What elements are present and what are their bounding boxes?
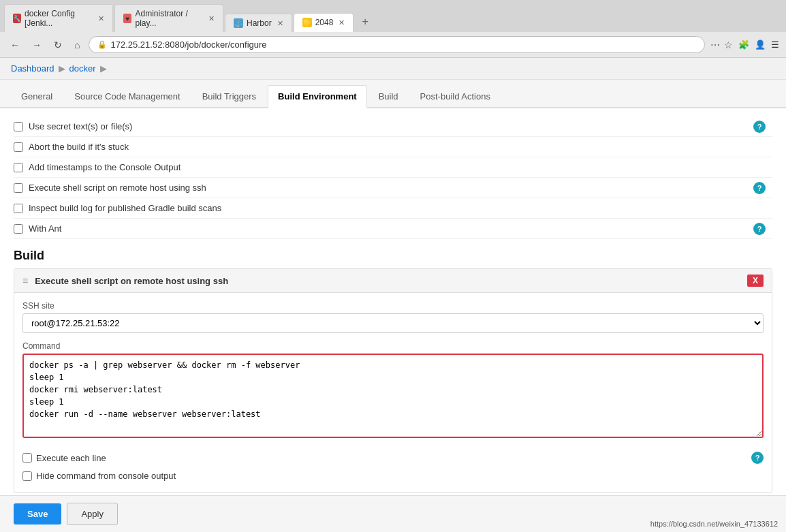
build-env-section: Use secret text(s) or file(s) ? Abort th… [0,108,786,532]
refresh-button[interactable]: ↻ [50,38,65,52]
url-text: 172.25.21.52:8080/job/docker/configure [110,40,696,50]
checkbox-hide-command-row: Hide command from console output [22,467,764,484]
checkbox-row-gradle: Inspect build log for published Gradle b… [14,198,772,219]
tab-build-environment[interactable]: Build Environment [268,85,367,108]
tab-2048[interactable]: 🟡 2048 ✕ [294,13,354,32]
tab-close-harbor[interactable]: ✕ [277,19,283,28]
breadcrumb: Dashboard ▶ docker ▶ [0,58,786,80]
extensions-icon[interactable]: 🧩 [738,40,749,50]
checkbox-secret[interactable] [14,122,23,131]
checkbox-ssh-label[interactable]: Execute shell script on remote host usin… [29,183,206,193]
tab-label-harbor: Harbor [247,18,272,28]
checkbox-timestamps-label[interactable]: Add timestamps to the Console Output [29,162,180,172]
tab-play[interactable]: ♥ Administrator / play... ✕ [114,4,223,32]
save-button[interactable]: Save [14,503,61,525]
browser-menu-buttons: ⋯ ☆ [710,40,733,50]
browser-chrome: 🔧 docker Config [Jenki... ✕ ♥ Administra… [0,0,786,58]
bottom-bar: Save Apply https://blog.csdn.net/weixin_… [0,495,786,532]
breadcrumb-dashboard[interactable]: Dashboard [11,63,54,74]
tab-favicon-2048: 🟡 [302,18,312,27]
checkbox-ssh[interactable] [14,183,23,193]
ssh-site-field: SSH site root@172.25.21.53:22 [22,301,764,333]
help-icon-ant[interactable]: ? [753,223,766,235]
build-section-title: Build [14,239,772,268]
tab-favicon-jenkins: 🔧 [13,14,21,23]
build-card-title-text: Execute shell script on remote host usin… [35,276,228,286]
tab-jenkins[interactable]: 🔧 docker Config [Jenki... ✕ [4,4,113,32]
checkbox-row-timestamps: Add timestamps to the Console Output [14,157,772,178]
command-textarea[interactable]: docker ps -a | grep webserver && docker … [22,354,764,438]
more-options-icon[interactable]: ⋯ [710,40,720,50]
checkbox-hide-command-label[interactable]: Hide command from console output [36,471,176,481]
tab-close-2048[interactable]: ✕ [339,18,345,27]
checkbox-hide-command[interactable] [22,471,32,481]
checkbox-each-line-row: Execute each line ? [22,448,764,467]
delete-build-step-button[interactable]: X [747,275,764,287]
help-icon-ssh[interactable]: ? [753,182,766,194]
checkbox-timestamps[interactable] [14,163,23,172]
url-box[interactable]: 🔒 172.25.21.52:8080/job/docker/configure [89,36,705,53]
tab-build-triggers[interactable]: Build Triggers [192,85,266,107]
checkbox-secret-label[interactable]: Use secret text(s) or file(s) [29,121,132,131]
settings-icon[interactable]: ☰ [771,40,779,50]
config-tabs: General Source Code Management Build Tri… [0,80,786,108]
tab-general[interactable]: General [11,85,63,107]
breadcrumb-sep-2: ▶ [100,63,107,74]
checkbox-each-line-label[interactable]: Execute each line [36,453,106,463]
drag-handle-icon[interactable]: ≡ [22,275,28,286]
tab-bar: 🔧 docker Config [Jenki... ✕ ♥ Administra… [0,0,786,32]
tab-post-build[interactable]: Post-build Actions [410,85,501,107]
ssh-site-label: SSH site [22,301,764,311]
profile-icon[interactable]: 👤 [755,40,766,50]
command-label: Command [22,341,764,351]
checkbox-abort[interactable] [14,142,23,152]
checkbox-row-abort: Abort the build if it's stuck [14,137,772,157]
back-button[interactable]: ← [7,38,23,52]
tab-label-2048: 2048 [315,18,334,27]
tab-favicon-play: ♥ [123,14,131,23]
address-bar: ← → ↻ ⌂ 🔒 172.25.21.52:8080/job/docker/c… [0,32,786,57]
checkbox-ant-label[interactable]: With Ant [29,223,61,234]
forward-button[interactable]: → [29,38,45,52]
help-icon-each-line[interactable]: ? [751,452,764,464]
build-card-header: ≡ Execute shell script on remote host us… [14,269,772,293]
checkbox-gradle-label[interactable]: Inspect build log for published Gradle b… [29,203,221,213]
checkbox-row-ant: With Ant ? [14,219,772,239]
breadcrumb-sep-1: ▶ [59,63,65,74]
status-url: https://blog.csdn.net/weixin_47133612 [650,520,778,528]
checkbox-gradle[interactable] [14,204,23,213]
build-card-body: SSH site root@172.25.21.53:22 Command do… [14,293,772,492]
tab-harbor[interactable]: ⚓ Harbor ✕ [225,14,292,32]
tab-close-jenkins[interactable]: ✕ [98,14,104,23]
tab-label-jenkins: docker Config [Jenki... [25,9,93,28]
checkbox-row-secret: Use secret text(s) or file(s) ? [14,116,772,137]
tab-favicon-harbor: ⚓ [234,18,243,28]
checkbox-row-ssh: Execute shell script on remote host usin… [14,178,772,198]
new-tab-button[interactable]: + [355,12,375,32]
main-content: General Source Code Management Build Tri… [0,80,786,532]
help-icon-secret[interactable]: ? [753,121,766,133]
lock-icon: 🔒 [97,40,107,49]
tab-build[interactable]: Build [368,85,409,107]
bookmark-icon[interactable]: ☆ [724,40,733,50]
scroll-area: Use secret text(s) or file(s) ? Abort th… [0,108,786,532]
checkbox-abort-label[interactable]: Abort the build if it's stuck [29,142,129,152]
checkbox-ant[interactable] [14,224,23,234]
build-card-title: ≡ Execute shell script on remote host us… [22,275,228,286]
build-card: ≡ Execute shell script on remote host us… [14,268,772,493]
breadcrumb-docker[interactable]: docker [69,63,96,74]
checkbox-each-line[interactable] [22,453,32,463]
command-field: Command docker ps -a | grep webserver &&… [22,341,764,440]
ssh-site-select[interactable]: root@172.25.21.53:22 [22,313,764,333]
tab-close-play[interactable]: ✕ [208,14,215,23]
apply-button[interactable]: Apply [67,503,118,525]
home-button[interactable]: ⌂ [71,38,83,52]
tab-source-code[interactable]: Source Code Management [64,85,190,107]
tab-label-play: Administrator / play... [135,9,203,28]
